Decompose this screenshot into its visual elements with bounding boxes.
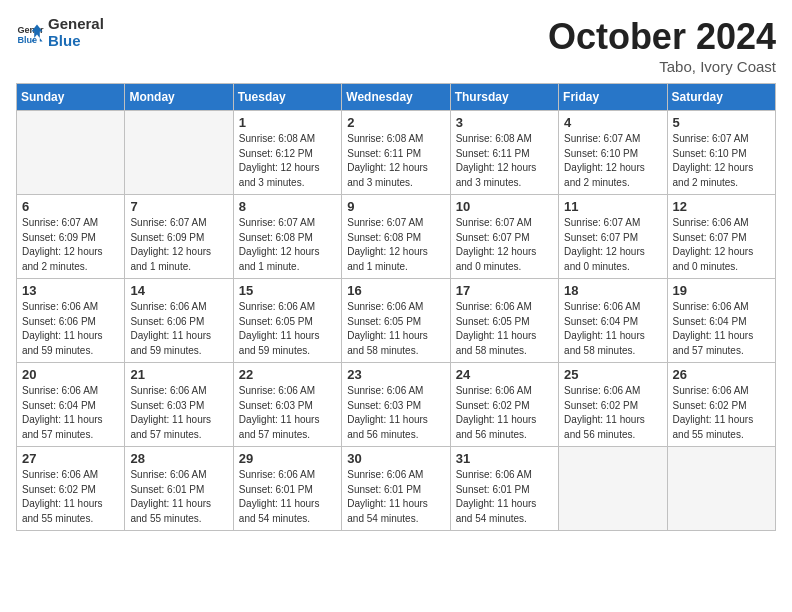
cell-sun-info: Sunrise: 6:06 AMSunset: 6:01 PMDaylight:… [456,468,553,526]
calendar-cell: 21Sunrise: 6:06 AMSunset: 6:03 PMDayligh… [125,363,233,447]
day-number: 13 [22,283,119,298]
day-number: 23 [347,367,444,382]
cell-sun-info: Sunrise: 6:07 AMSunset: 6:10 PMDaylight:… [564,132,661,190]
day-number: 14 [130,283,227,298]
calendar-title-area: October 2024 Tabo, Ivory Coast [548,16,776,75]
day-number: 9 [347,199,444,214]
cell-sun-info: Sunrise: 6:06 AMSunset: 6:07 PMDaylight:… [673,216,770,274]
day-number: 27 [22,451,119,466]
calendar-cell: 29Sunrise: 6:06 AMSunset: 6:01 PMDayligh… [233,447,341,531]
weekday-sunday: Sunday [17,84,125,111]
calendar-cell [559,447,667,531]
cell-sun-info: Sunrise: 6:06 AMSunset: 6:05 PMDaylight:… [239,300,336,358]
calendar-cell: 10Sunrise: 6:07 AMSunset: 6:07 PMDayligh… [450,195,558,279]
calendar-cell: 9Sunrise: 6:07 AMSunset: 6:08 PMDaylight… [342,195,450,279]
cell-sun-info: Sunrise: 6:06 AMSunset: 6:06 PMDaylight:… [22,300,119,358]
day-number: 4 [564,115,661,130]
cell-sun-info: Sunrise: 6:06 AMSunset: 6:02 PMDaylight:… [564,384,661,442]
day-number: 31 [456,451,553,466]
month-title: October 2024 [548,16,776,58]
calendar-week-5: 27Sunrise: 6:06 AMSunset: 6:02 PMDayligh… [17,447,776,531]
calendar-cell: 3Sunrise: 6:08 AMSunset: 6:11 PMDaylight… [450,111,558,195]
calendar-cell [667,447,775,531]
day-number: 8 [239,199,336,214]
cell-sun-info: Sunrise: 6:07 AMSunset: 6:08 PMDaylight:… [347,216,444,274]
day-number: 20 [22,367,119,382]
cell-sun-info: Sunrise: 6:06 AMSunset: 6:02 PMDaylight:… [22,468,119,526]
cell-sun-info: Sunrise: 6:06 AMSunset: 6:04 PMDaylight:… [22,384,119,442]
cell-sun-info: Sunrise: 6:06 AMSunset: 6:03 PMDaylight:… [239,384,336,442]
cell-sun-info: Sunrise: 6:06 AMSunset: 6:03 PMDaylight:… [130,384,227,442]
calendar-cell [17,111,125,195]
calendar-cell: 8Sunrise: 6:07 AMSunset: 6:08 PMDaylight… [233,195,341,279]
day-number: 2 [347,115,444,130]
calendar-cell: 18Sunrise: 6:06 AMSunset: 6:04 PMDayligh… [559,279,667,363]
calendar-cell: 27Sunrise: 6:06 AMSunset: 6:02 PMDayligh… [17,447,125,531]
calendar-week-3: 13Sunrise: 6:06 AMSunset: 6:06 PMDayligh… [17,279,776,363]
day-number: 6 [22,199,119,214]
calendar-cell: 28Sunrise: 6:06 AMSunset: 6:01 PMDayligh… [125,447,233,531]
cell-sun-info: Sunrise: 6:06 AMSunset: 6:01 PMDaylight:… [130,468,227,526]
day-number: 28 [130,451,227,466]
cell-sun-info: Sunrise: 6:08 AMSunset: 6:11 PMDaylight:… [456,132,553,190]
calendar-cell: 25Sunrise: 6:06 AMSunset: 6:02 PMDayligh… [559,363,667,447]
cell-sun-info: Sunrise: 6:06 AMSunset: 6:02 PMDaylight:… [673,384,770,442]
cell-sun-info: Sunrise: 6:06 AMSunset: 6:04 PMDaylight:… [564,300,661,358]
cell-sun-info: Sunrise: 6:06 AMSunset: 6:02 PMDaylight:… [456,384,553,442]
cell-sun-info: Sunrise: 6:08 AMSunset: 6:11 PMDaylight:… [347,132,444,190]
calendar-cell: 13Sunrise: 6:06 AMSunset: 6:06 PMDayligh… [17,279,125,363]
calendar-cell: 26Sunrise: 6:06 AMSunset: 6:02 PMDayligh… [667,363,775,447]
cell-sun-info: Sunrise: 6:06 AMSunset: 6:01 PMDaylight:… [347,468,444,526]
cell-sun-info: Sunrise: 6:07 AMSunset: 6:09 PMDaylight:… [22,216,119,274]
weekday-friday: Friday [559,84,667,111]
calendar-cell: 20Sunrise: 6:06 AMSunset: 6:04 PMDayligh… [17,363,125,447]
cell-sun-info: Sunrise: 6:07 AMSunset: 6:07 PMDaylight:… [456,216,553,274]
cell-sun-info: Sunrise: 6:06 AMSunset: 6:01 PMDaylight:… [239,468,336,526]
calendar-cell: 12Sunrise: 6:06 AMSunset: 6:07 PMDayligh… [667,195,775,279]
weekday-header-row: SundayMondayTuesdayWednesdayThursdayFrid… [17,84,776,111]
day-number: 25 [564,367,661,382]
day-number: 12 [673,199,770,214]
calendar-cell: 11Sunrise: 6:07 AMSunset: 6:07 PMDayligh… [559,195,667,279]
day-number: 29 [239,451,336,466]
cell-sun-info: Sunrise: 6:07 AMSunset: 6:08 PMDaylight:… [239,216,336,274]
day-number: 17 [456,283,553,298]
cell-sun-info: Sunrise: 6:06 AMSunset: 6:03 PMDaylight:… [347,384,444,442]
calendar-week-1: 1Sunrise: 6:08 AMSunset: 6:12 PMDaylight… [17,111,776,195]
day-number: 11 [564,199,661,214]
logo-icon: General Blue [16,19,44,47]
cell-sun-info: Sunrise: 6:07 AMSunset: 6:10 PMDaylight:… [673,132,770,190]
calendar-table: SundayMondayTuesdayWednesdayThursdayFrid… [16,83,776,531]
cell-sun-info: Sunrise: 6:06 AMSunset: 6:05 PMDaylight:… [347,300,444,358]
day-number: 30 [347,451,444,466]
weekday-thursday: Thursday [450,84,558,111]
day-number: 3 [456,115,553,130]
day-number: 22 [239,367,336,382]
calendar-cell: 15Sunrise: 6:06 AMSunset: 6:05 PMDayligh… [233,279,341,363]
calendar-cell: 31Sunrise: 6:06 AMSunset: 6:01 PMDayligh… [450,447,558,531]
calendar-cell: 17Sunrise: 6:06 AMSunset: 6:05 PMDayligh… [450,279,558,363]
cell-sun-info: Sunrise: 6:08 AMSunset: 6:12 PMDaylight:… [239,132,336,190]
cell-sun-info: Sunrise: 6:07 AMSunset: 6:09 PMDaylight:… [130,216,227,274]
calendar-cell: 24Sunrise: 6:06 AMSunset: 6:02 PMDayligh… [450,363,558,447]
calendar-week-4: 20Sunrise: 6:06 AMSunset: 6:04 PMDayligh… [17,363,776,447]
day-number: 24 [456,367,553,382]
calendar-cell: 22Sunrise: 6:06 AMSunset: 6:03 PMDayligh… [233,363,341,447]
day-number: 15 [239,283,336,298]
cell-sun-info: Sunrise: 6:06 AMSunset: 6:06 PMDaylight:… [130,300,227,358]
calendar-cell [125,111,233,195]
calendar-cell: 1Sunrise: 6:08 AMSunset: 6:12 PMDaylight… [233,111,341,195]
cell-sun-info: Sunrise: 6:06 AMSunset: 6:05 PMDaylight:… [456,300,553,358]
day-number: 18 [564,283,661,298]
day-number: 7 [130,199,227,214]
calendar-cell: 6Sunrise: 6:07 AMSunset: 6:09 PMDaylight… [17,195,125,279]
day-number: 19 [673,283,770,298]
day-number: 1 [239,115,336,130]
logo-text-blue: Blue [48,33,104,50]
weekday-saturday: Saturday [667,84,775,111]
calendar-cell: 19Sunrise: 6:06 AMSunset: 6:04 PMDayligh… [667,279,775,363]
day-number: 16 [347,283,444,298]
day-number: 21 [130,367,227,382]
calendar-cell: 7Sunrise: 6:07 AMSunset: 6:09 PMDaylight… [125,195,233,279]
page-header: General Blue General Blue October 2024 T… [16,16,776,75]
